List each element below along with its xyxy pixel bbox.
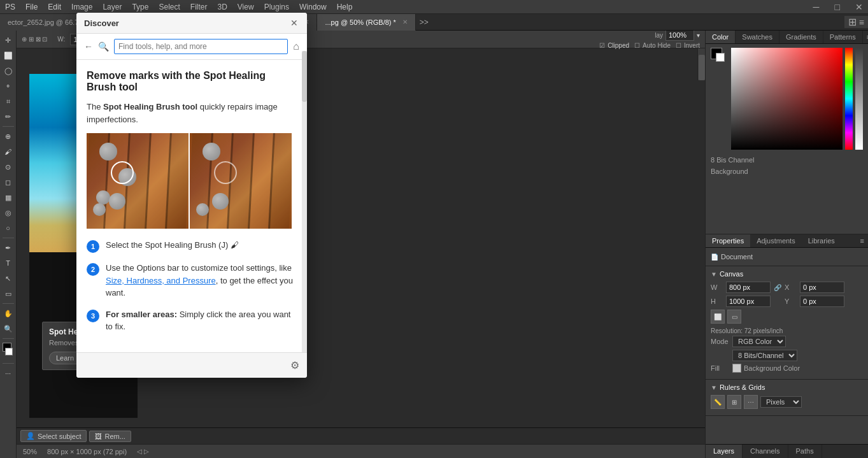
modal-scrollbar[interactable]	[302, 51, 307, 352]
modal-footer: ⚙	[76, 352, 307, 378]
search-icon: 🔍	[98, 41, 109, 52]
modal-before-image	[87, 133, 189, 229]
search-input[interactable]	[114, 39, 288, 54]
modal-heading: Remove marks with the Spot Healing Brush…	[87, 70, 297, 93]
modal-search-bar: ← 🔍 ⌂	[76, 34, 307, 60]
step-2-link[interactable]: Size, Hardness, and Pressure	[106, 276, 216, 285]
modal-after-image	[190, 133, 292, 229]
modal-images	[87, 133, 297, 229]
stone-3	[96, 190, 110, 204]
brush-icon-inline: 🖌	[231, 240, 239, 250]
modal-overlay: Discover ✕ ← 🔍 ⌂ Remove marks with the S…	[0, 0, 868, 458]
step-3: 3 For smaller areas: Simply click the ar…	[87, 308, 297, 333]
settings-icon[interactable]: ⚙	[290, 359, 299, 371]
stone-4	[93, 203, 106, 216]
stone-a4	[196, 203, 209, 216]
step-3-text: For smaller areas: Simply click the area…	[106, 308, 297, 333]
modal-titlebar: Discover ✕	[76, 13, 307, 34]
discover-modal: Discover ✕ ← 🔍 ⌂ Remove marks with the S…	[76, 13, 307, 378]
stone-a5	[212, 193, 229, 210]
modal-intro: The Spot Healing Brush tool quickly repa…	[87, 101, 297, 125]
selection-circle	[111, 161, 134, 184]
modal-content: Remove marks with the Spot Healing Brush…	[76, 60, 307, 352]
stone-1	[99, 143, 117, 161]
step-1-num: 1	[87, 240, 99, 253]
step-3-num: 3	[87, 310, 99, 322]
step-1-text: Select the Spot Healing Brush (J) 🖌	[106, 239, 239, 252]
home-icon[interactable]: ⌂	[293, 41, 299, 52]
healed-circle	[214, 161, 237, 184]
step-1: 1 Select the Spot Healing Brush (J) 🖌	[87, 239, 297, 253]
modal-close-btn[interactable]: ✕	[289, 18, 299, 28]
stone-a1	[203, 143, 220, 161]
stone-5	[109, 193, 125, 210]
modal-back-btn[interactable]: ←	[84, 41, 93, 52]
step-2-num: 2	[87, 263, 99, 276]
modal-title: Discover	[84, 18, 119, 28]
modal-scrollbar-thumb[interactable]	[302, 51, 307, 102]
step-2: 2 Use the Options bar to customize tool …	[87, 262, 297, 299]
step-2-text: Use the Options bar to customize tool se…	[106, 262, 297, 299]
